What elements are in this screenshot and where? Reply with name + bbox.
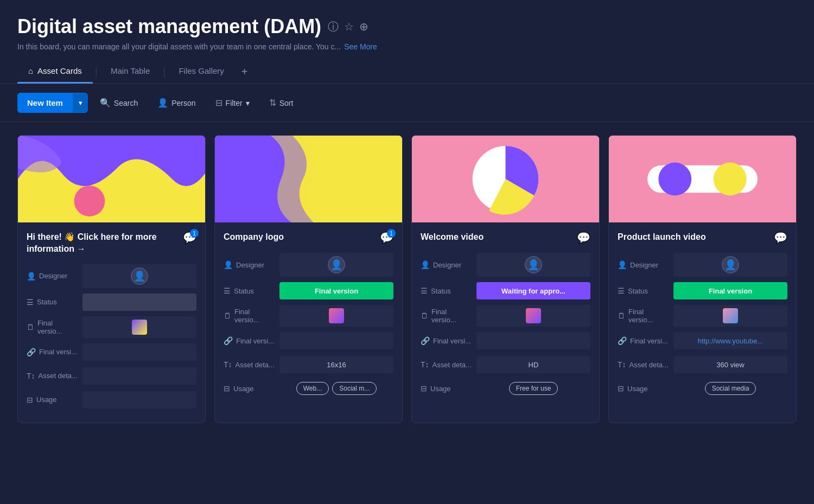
card-3-usage-value[interactable]: Free for use: [476, 380, 590, 397]
card-4-link-value[interactable]: http://www.youtube...: [673, 332, 787, 349]
card-2-final-version-label: 🗒 Final versio...: [224, 308, 275, 324]
page-title: Digital asset management (DAM): [17, 15, 321, 38]
person-label: Person: [171, 99, 195, 107]
card-2-link-field: 🔗 Final versi...: [224, 331, 393, 350]
card-3-asset-value[interactable]: HD: [476, 356, 590, 373]
card-4-link-field: 🔗 Final versi... http://www.youtube...: [618, 331, 787, 350]
card-4-asset-value[interactable]: 360 view: [673, 356, 787, 373]
tab-main-table[interactable]: Main Table: [100, 60, 161, 84]
card-2-comment-btn[interactable]: 💬 1: [380, 231, 393, 244]
card-1-link-value[interactable]: [82, 343, 196, 361]
card-3-title-row: Welcome video 💬: [421, 231, 590, 244]
card-2-designer-field: 👤 Designer 👤: [224, 253, 393, 277]
title-row: Digital asset management (DAM) ⓘ ☆ ⊕: [17, 15, 797, 38]
card-4-link-label: 🔗 Final versi...: [618, 336, 669, 345]
title-icons: ⓘ ☆ ⊕: [328, 20, 368, 34]
svg-point-8: [658, 163, 691, 196]
usage-field-icon-2: ⊟: [224, 384, 230, 393]
tab-files-gallery[interactable]: Files Gallery: [168, 60, 234, 84]
status-field-icon-4: ☰: [618, 286, 625, 295]
card-1: Hi there! 👋 Click here for more informat…: [17, 135, 206, 423]
person-field-icon-3: 👤: [421, 260, 430, 269]
add-tab-button[interactable]: +: [235, 61, 255, 82]
card-4-designer-value[interactable]: 👤: [673, 253, 787, 277]
card-3-svg: [412, 136, 599, 222]
new-item-main[interactable]: New Item: [17, 93, 73, 113]
card-2-comment-badge: 1: [387, 229, 396, 238]
tab-divider-1: |: [93, 66, 100, 78]
card-2-usage-label: ⊟ Usage: [224, 384, 275, 393]
tab-asset-cards[interactable]: ⌂ Asset Cards: [17, 60, 93, 84]
star-icon[interactable]: ☆: [344, 20, 354, 33]
card-1-designer-field: 👤 Designer 👤: [27, 264, 196, 288]
card-3-link-label: 🔗 Final versi...: [421, 336, 472, 345]
see-more-link[interactable]: See More: [344, 42, 377, 51]
card-4-final-version-value[interactable]: [673, 305, 787, 327]
tab-asset-cards-label: Asset Cards: [37, 66, 82, 75]
card-1-final-version-label: 🗒 Final versio...: [27, 319, 78, 335]
file-field-icon-4: 🗒: [618, 311, 625, 320]
tab-divider-2: |: [161, 66, 168, 78]
card-1-body: Hi there! 👋 Click here for more informat…: [18, 222, 205, 423]
card-2-designer-value[interactable]: 👤: [279, 253, 393, 277]
card-4-status-field: ☰ Status Final version: [618, 281, 787, 301]
info-icon[interactable]: ⓘ: [328, 20, 339, 34]
text-field-icon-2: T↕: [224, 360, 232, 369]
card-4-usage-value[interactable]: Social media: [673, 380, 787, 397]
sort-button[interactable]: ⇅ Sort: [262, 93, 301, 113]
share-icon[interactable]: ⊕: [359, 20, 368, 33]
person-field-icon-2: 👤: [224, 260, 233, 269]
card-3-link-value[interactable]: [476, 332, 590, 349]
new-item-dropdown[interactable]: ▾: [73, 93, 88, 112]
card-1-asset-value[interactable]: [82, 367, 196, 385]
card-1-usage-value[interactable]: [82, 391, 196, 409]
card-3-status-value[interactable]: Waiting for appro...: [476, 282, 590, 299]
card-1-comment-btn[interactable]: 💬 1: [183, 231, 196, 244]
card-4-status-value[interactable]: Final version: [673, 282, 787, 299]
card-2-asset-value[interactable]: 16x16: [279, 356, 393, 373]
card-4-title: Product launch video: [618, 231, 770, 243]
card-2-body: Company logo 💬 1 👤 Designer 👤 ☰ St: [215, 222, 402, 411]
usage-tag-social-media[interactable]: Social media: [705, 382, 756, 395]
card-3-usage-field: ⊟ Usage Free for use: [421, 379, 590, 398]
card-2-usage-value[interactable]: Web... Social m...: [279, 380, 393, 397]
card-1-usage-label: ⊟ Usage: [27, 395, 78, 404]
sort-icon: ⇅: [269, 98, 276, 108]
card-2-link-label: 🔗 Final versi...: [224, 336, 275, 345]
usage-field-icon: ⊟: [27, 395, 33, 404]
card-2-link-value[interactable]: [279, 332, 393, 349]
subtitle-text: In this board, you can manage all your d…: [17, 42, 341, 51]
card-4-designer-label: 👤 Designer: [618, 260, 669, 269]
card-4-body: Product launch video 💬 👤 Designer 👤 ☰ St…: [609, 222, 796, 411]
card-1-designer-value[interactable]: 👤: [82, 264, 196, 288]
card-1-title-row: Hi there! 👋 Click here for more informat…: [27, 231, 196, 256]
card-1-final-version-value[interactable]: [82, 316, 196, 338]
card-4-asset-field: T↕ Asset deta... 360 view: [618, 355, 787, 374]
usage-tag-social-m[interactable]: Social m...: [332, 382, 377, 395]
avatar-placeholder-3: 👤: [525, 256, 542, 273]
usage-field-icon-4: ⊟: [618, 384, 624, 393]
card-1-final-version-field: 🗒 Final versio...: [27, 316, 196, 338]
card-1-status-value[interactable]: [82, 294, 196, 311]
new-item-button[interactable]: New Item ▾: [17, 93, 88, 113]
filter-button[interactable]: ⊟ Filter ▾: [208, 93, 257, 113]
card-3-status-field: ☰ Status Waiting for appro...: [421, 281, 590, 301]
search-button[interactable]: 🔍 Search: [92, 93, 145, 113]
card-3-final-version-value[interactable]: [476, 305, 590, 327]
card-1-title: Hi there! 👋 Click here for more informat…: [27, 231, 179, 256]
avatar-placeholder-4: 👤: [722, 256, 739, 273]
card-2-status-value[interactable]: Final version: [279, 282, 393, 299]
file-field-icon-3: 🗒: [421, 311, 428, 320]
svg-point-9: [714, 163, 747, 196]
usage-tag-free[interactable]: Free for use: [509, 382, 558, 395]
card-3-comment-btn[interactable]: 💬: [577, 231, 590, 244]
usage-tag-web[interactable]: Web...: [296, 382, 329, 395]
page-subtitle: In this board, you can manage all your d…: [17, 42, 797, 51]
card-4-comment-btn[interactable]: 💬: [774, 231, 787, 244]
card-3-body: Welcome video 💬 👤 Designer 👤 ☰ Status Wa…: [412, 222, 599, 411]
person-button[interactable]: 👤 Person: [150, 93, 203, 113]
card-2-final-version-value[interactable]: [279, 305, 393, 327]
card-3-designer-value[interactable]: 👤: [476, 253, 590, 277]
person-icon: 👤: [157, 98, 168, 108]
card-4-designer-field: 👤 Designer 👤: [618, 253, 787, 277]
